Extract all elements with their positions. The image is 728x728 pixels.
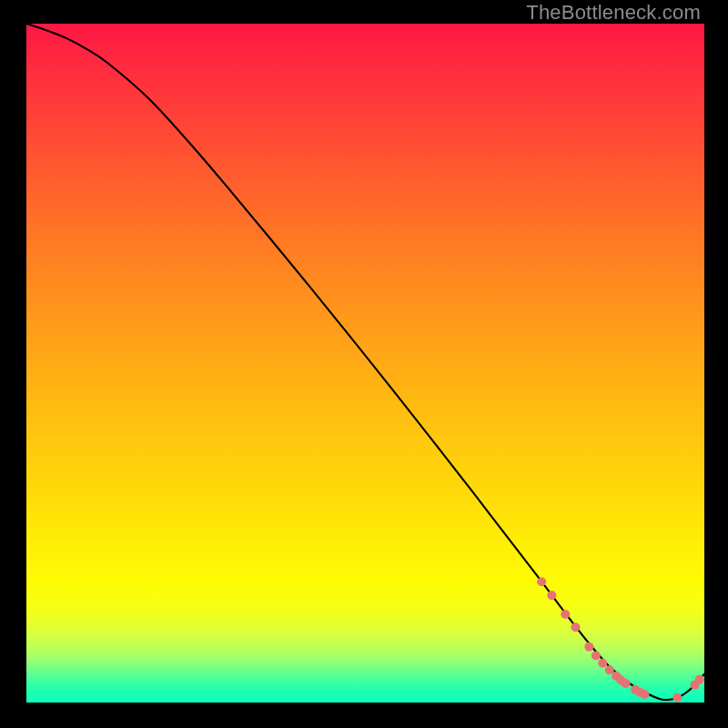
curve-marker-point xyxy=(592,652,601,661)
curve-marker-point xyxy=(561,610,570,619)
bottleneck-curve-line xyxy=(26,24,704,700)
curve-marker-point xyxy=(584,642,593,652)
curve-markers xyxy=(537,577,704,703)
curve-marker-point xyxy=(640,690,649,699)
watermark-text: TheBottleneck.com xyxy=(526,1,701,25)
curve-marker-point xyxy=(547,591,556,600)
curve-marker-point xyxy=(571,622,580,632)
curve-marker-point xyxy=(598,659,607,668)
chart-svg xyxy=(26,24,704,703)
curve-marker-point xyxy=(605,665,614,674)
curve-marker-point xyxy=(622,679,631,688)
curve-marker-point xyxy=(537,577,546,586)
curve-marker-point xyxy=(672,693,682,703)
curve-marker-point xyxy=(695,675,704,684)
